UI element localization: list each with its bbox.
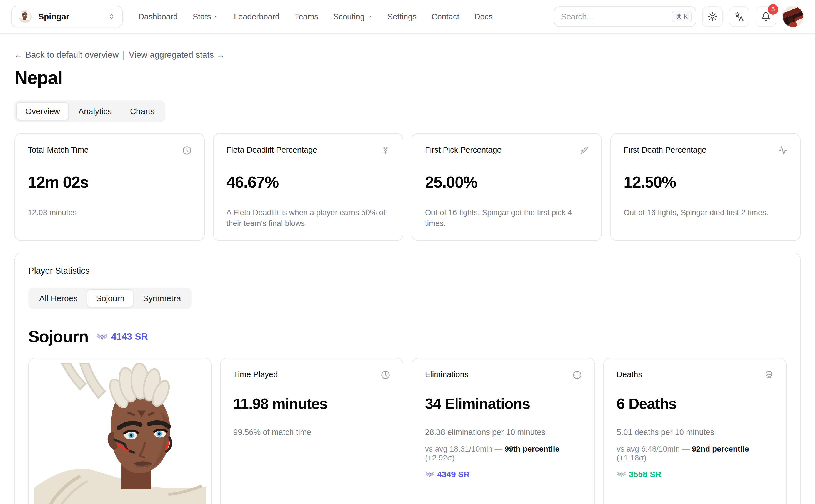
deaths-rate: 5.01 deaths per 10 minutes [617, 428, 773, 437]
card-title: Deaths [617, 370, 642, 379]
tab-sojourn[interactable]: Sojourn [87, 289, 133, 307]
hero-tabs: All Heroes Sojourn Symmetra [28, 288, 192, 309]
breadcrumb: ← Back to default overview | View aggreg… [14, 50, 801, 60]
hero-sr-value: 4143 SR [111, 331, 148, 342]
skull-icon [764, 371, 773, 379]
nav-link-teams[interactable]: Teams [295, 12, 318, 21]
crosshair-icon [573, 371, 582, 379]
card-description: 12.03 minutes [28, 207, 191, 218]
search-box[interactable]: ⌘ K [554, 6, 696, 27]
card-title: First Pick Percentage [425, 145, 502, 155]
time-played-card: Time Played 11.98 minutes 99.56% of matc… [220, 358, 403, 504]
eliminations-vs-average: vs avg 18.31/10min — 99th percentile (+2… [425, 445, 582, 462]
diamond-rank-badge-icon [617, 471, 626, 478]
hero-portrait-image [34, 363, 206, 504]
card-value: 25.00% [425, 173, 588, 191]
tab-charts[interactable]: Charts [121, 102, 163, 120]
theme-toggle-button[interactable] [702, 6, 723, 27]
nav-link-dashboard[interactable]: Dashboard [138, 12, 178, 21]
eliminations-rate: 28.38 eliminations per 10 minutes [425, 428, 582, 437]
card-title: Eliminations [425, 370, 468, 379]
deaths-sr-row: 3558 SR [617, 470, 773, 479]
player-statistics-title: Player Statistics [28, 266, 787, 276]
card-description: 99.56% of match time [233, 428, 390, 437]
clock-icon [381, 371, 390, 379]
card-value: 11.98 minutes [233, 395, 390, 412]
nav-link-settings[interactable]: Settings [388, 12, 417, 21]
view-aggregated-stats-link[interactable]: View aggregated stats → [129, 50, 225, 60]
team-selector[interactable]: Spingar [11, 6, 123, 27]
view-tabs: Overview Analytics Charts [14, 100, 165, 122]
top-navigation: Spingar Dashboard Stats Leaderboard Team… [0, 0, 815, 34]
match-stat-cards: Total Match Time 12m 02s 12.03 minutes F… [14, 133, 801, 241]
card-value: 6 Deaths [617, 395, 773, 412]
chevrons-up-down-icon [108, 13, 115, 20]
master-rank-badge-icon [425, 471, 434, 478]
nav-link-contact[interactable]: Contact [432, 12, 459, 21]
breadcrumb-separator: | [123, 50, 125, 60]
nav-link-docs[interactable]: Docs [474, 12, 492, 21]
nav-link-stats[interactable]: Stats [193, 12, 219, 21]
medal-icon [381, 146, 390, 155]
activity-icon [778, 146, 787, 155]
notifications-button[interactable]: 5 [756, 6, 776, 27]
back-to-overview-link[interactable]: ← Back to default overview [14, 50, 119, 60]
nav-link-leaderboard[interactable]: Leaderboard [234, 12, 280, 21]
tab-overview[interactable]: Overview [16, 102, 69, 120]
deaths-vs-average: vs avg 6.48/10min — 92nd percentile (+1.… [617, 445, 773, 462]
search-input[interactable] [561, 12, 672, 21]
card-title: Time Played [233, 370, 278, 379]
card-value: 12.50% [624, 173, 787, 191]
card-value: 46.67% [227, 173, 390, 191]
card-title: First Death Percentage [624, 145, 706, 155]
search-shortcut: ⌘ K [672, 11, 692, 22]
team-selector-label: Spingar [38, 12, 102, 21]
sword-icon [580, 146, 588, 155]
card-description: Out of 16 fights, Spingar died first 2 t… [624, 207, 787, 218]
language-button[interactable] [729, 6, 749, 27]
tab-analytics[interactable]: Analytics [69, 102, 120, 120]
card-value: 12m 02s [28, 173, 191, 191]
percentile-value: 99th percentile [504, 445, 559, 453]
hero-portrait-card [28, 358, 212, 504]
card-title: Total Match Time [28, 145, 89, 155]
nav-links: Dashboard Stats Leaderboard Teams Scouti… [138, 12, 493, 21]
clock-icon [182, 146, 191, 155]
chevron-down-icon [367, 14, 373, 19]
deaths-card: Deaths 6 Deaths 5.01 deaths per 10 minut… [603, 358, 787, 504]
hero-sr-chip: 4143 SR [97, 331, 148, 342]
team-avatar [19, 10, 32, 23]
notification-count-badge: 5 [768, 4, 778, 15]
bell-icon [761, 12, 771, 21]
nav-right-cluster: ⌘ K 5 [554, 6, 804, 27]
hero-name: Sojourn [28, 327, 88, 346]
page-title: Nepal [14, 67, 801, 88]
hero-header: Sojourn 4143 SR [28, 327, 787, 346]
total-match-time-card: Total Match Time 12m 02s 12.03 minutes [14, 133, 205, 241]
player-statistics-panel: Player Statistics All Heroes Sojourn Sym… [14, 253, 801, 504]
user-avatar[interactable] [782, 6, 804, 27]
sun-icon [708, 12, 717, 21]
nav-link-scouting[interactable]: Scouting [333, 12, 373, 21]
fleta-deadlift-card: Fleta Deadlift Percentage 46.67% A Fleta… [213, 133, 403, 241]
chevron-down-icon [213, 14, 219, 19]
card-description: Out of 16 fights, Spingar got the first … [425, 207, 588, 229]
card-description: A Fleta Deadlift is when a player earns … [227, 207, 390, 229]
master-rank-badge-icon [97, 332, 108, 341]
card-title: Fleta Deadlift Percentage [227, 145, 317, 155]
languages-icon [735, 12, 744, 21]
percentile-value: 92nd percentile [692, 445, 749, 453]
first-pick-card: First Pick Percentage 25.00% Out of 16 f… [412, 133, 602, 241]
sr-value: 4349 SR [437, 470, 470, 479]
tab-all-heroes[interactable]: All Heroes [30, 289, 86, 307]
main-content: ← Back to default overview | View aggreg… [0, 50, 815, 504]
sr-value: 3558 SR [629, 470, 662, 479]
first-death-card: First Death Percentage 12.50% Out of 16 … [610, 133, 801, 241]
hero-stat-cards: Time Played 11.98 minutes 99.56% of matc… [28, 358, 787, 504]
eliminations-sr-row: 4349 SR [425, 470, 582, 479]
eliminations-card: Eliminations 34 Eliminations 28.38 elimi… [412, 358, 595, 504]
card-value: 34 Eliminations [425, 395, 582, 412]
tab-symmetra[interactable]: Symmetra [134, 289, 190, 307]
